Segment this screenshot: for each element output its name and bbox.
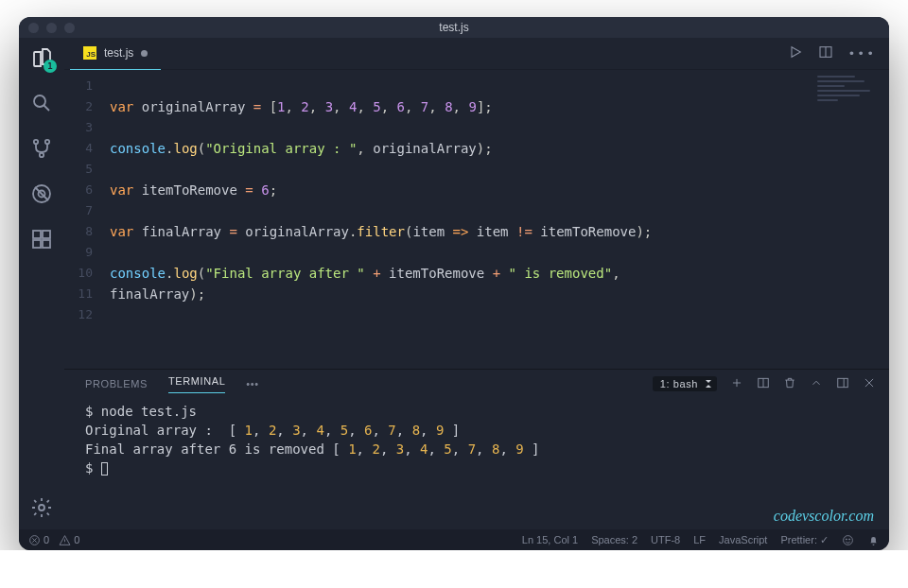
code-content[interactable]: var originalArray = [1, 2, 3, 4, 5, 6, 7… bbox=[110, 70, 813, 369]
status-eol[interactable]: LF bbox=[693, 534, 706, 545]
debug-icon[interactable] bbox=[29, 182, 54, 206]
window-title: test.js bbox=[19, 21, 889, 34]
panel-tab-more[interactable]: ••• bbox=[246, 378, 258, 389]
svg-point-1 bbox=[34, 140, 38, 144]
run-icon[interactable] bbox=[788, 44, 803, 62]
minimap[interactable] bbox=[813, 70, 889, 369]
status-warnings[interactable]: 0 bbox=[59, 534, 79, 546]
activity-bar: 1 bbox=[19, 38, 64, 529]
status-spaces[interactable]: Spaces: 2 bbox=[591, 534, 637, 545]
watermark: codevscolor.com bbox=[774, 507, 874, 526]
svg-point-17 bbox=[849, 539, 850, 540]
svg-rect-6 bbox=[33, 231, 41, 238]
search-icon[interactable] bbox=[29, 91, 54, 115]
panel-tab-bar: PROBLEMS TERMINAL ••• 1: bash bbox=[64, 370, 889, 398]
split-terminal-icon[interactable] bbox=[757, 376, 770, 391]
svg-rect-9 bbox=[43, 240, 50, 248]
status-feedback-icon[interactable] bbox=[842, 533, 854, 546]
svg-point-0 bbox=[34, 95, 45, 107]
scm-icon[interactable] bbox=[29, 136, 54, 161]
editor-group: JS test.js ••• 123456789101112 var origi… bbox=[64, 38, 889, 529]
status-bar: 0 0 Ln 15, Col 1 Spaces: 2 UTF-8 LF Java… bbox=[19, 529, 889, 550]
editor-window: test.js 1 bbox=[19, 17, 889, 550]
status-cursor-pos[interactable]: Ln 15, Col 1 bbox=[522, 534, 578, 545]
tab-bar: JS test.js ••• bbox=[64, 38, 889, 70]
status-bell-icon[interactable] bbox=[867, 533, 880, 546]
dirty-indicator bbox=[141, 50, 148, 57]
svg-point-15 bbox=[844, 535, 853, 545]
titlebar: test.js bbox=[19, 17, 889, 38]
panel-maximize-icon[interactable] bbox=[836, 376, 849, 391]
settings-gear-icon[interactable] bbox=[29, 495, 54, 520]
terminal-select[interactable]: 1: bash bbox=[653, 376, 717, 391]
panel-tab-terminal[interactable]: TERMINAL bbox=[168, 375, 225, 393]
svg-point-10 bbox=[39, 505, 44, 510]
status-encoding[interactable]: UTF-8 bbox=[651, 534, 680, 545]
kill-terminal-icon[interactable] bbox=[783, 376, 796, 391]
panel-tab-problems[interactable]: PROBLEMS bbox=[85, 378, 148, 389]
line-number-gutter: 123456789101112 bbox=[64, 70, 110, 369]
svg-rect-8 bbox=[33, 240, 41, 248]
bottom-panel: PROBLEMS TERMINAL ••• 1: bash $ node tes… bbox=[64, 369, 889, 529]
svg-point-3 bbox=[40, 153, 44, 157]
status-errors[interactable]: 0 bbox=[28, 534, 49, 546]
workbench: 1 JS test.js bbox=[19, 38, 889, 529]
extensions-icon[interactable] bbox=[29, 227, 54, 251]
svg-rect-7 bbox=[43, 231, 50, 238]
more-actions-icon[interactable]: ••• bbox=[848, 46, 876, 61]
svg-point-16 bbox=[846, 539, 847, 540]
new-terminal-icon[interactable] bbox=[730, 376, 743, 391]
explorer-badge: 1 bbox=[44, 60, 57, 73]
panel-close-icon[interactable] bbox=[863, 376, 876, 391]
tab-test-js[interactable]: JS test.js bbox=[70, 38, 161, 70]
status-prettier[interactable]: Prettier: ✓ bbox=[780, 534, 829, 546]
explorer-icon[interactable]: 1 bbox=[29, 45, 54, 70]
panel-up-icon[interactable] bbox=[810, 376, 823, 391]
svg-point-2 bbox=[45, 140, 49, 144]
code-editor[interactable]: 123456789101112 var originalArray = [1, … bbox=[64, 70, 889, 369]
split-editor-icon[interactable] bbox=[818, 44, 833, 62]
terminal-output[interactable]: $ node test.js Original array : [ 1, 2, … bbox=[64, 398, 889, 529]
js-file-icon: JS bbox=[83, 46, 96, 60]
tab-label: test.js bbox=[104, 46, 133, 60]
svg-rect-13 bbox=[838, 378, 848, 387]
status-language[interactable]: JavaScript bbox=[719, 534, 767, 545]
